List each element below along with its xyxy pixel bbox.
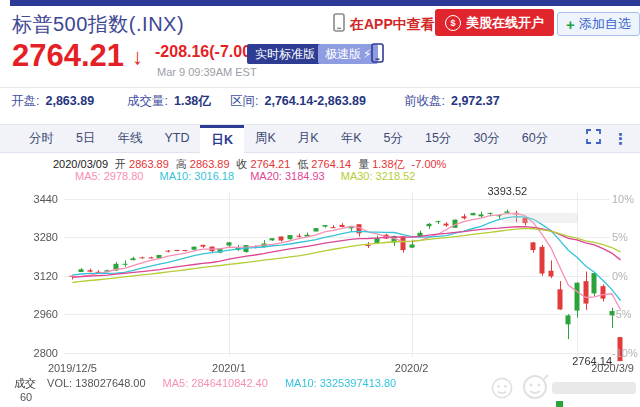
watermark-emoji-icon [489,375,515,405]
y-axis-percent-tick: -5% [612,308,632,320]
x-axis-tick: 2019/12/5 [48,362,97,374]
y-axis-price-tick: 3440 [8,193,58,205]
y-axis-price-tick: 3120 [8,270,58,282]
volume-label: 成交 [14,377,36,389]
x-axis-tick: 2020/1 [212,362,246,374]
y-axis-percent-tick: 0% [612,270,628,282]
watermark-emoji-icon [520,371,550,405]
y-axis-percent-tick: 10% [612,193,634,205]
y-axis-percent-tick: 5% [612,231,628,243]
volume-ma10: MA10: 3325397413.80 [285,377,396,389]
candlestick-chart[interactable] [0,0,640,407]
stock-quote-page: 标普500指数(.INX) 在APP中查看 $ 美股在线开户 + 添加自选 27… [0,0,640,407]
low-price-annotation: 2764.14 [572,355,612,367]
y-axis-price-tick: 2800 [8,347,58,359]
y-axis-price-tick: 3280 [8,231,58,243]
x-axis-tick: 2020/2 [395,362,429,374]
y-axis-price-tick: 2960 [8,308,58,320]
volume-scale-label: 60 [20,391,32,403]
y-axis-percent-tick: -10% [612,347,638,359]
watermark-text-blur [502,213,578,223]
volume-legend-row: 成交 VOL: 138027648.00 MA5: 2846410842.40 … [14,376,410,391]
watermark-text-blur [552,382,636,394]
volume-ma5: MA5: 2846410842.40 [163,377,268,389]
volume-value: VOL: 138027648.00 [47,377,145,389]
high-price-annotation: 3393.52 [487,185,527,197]
